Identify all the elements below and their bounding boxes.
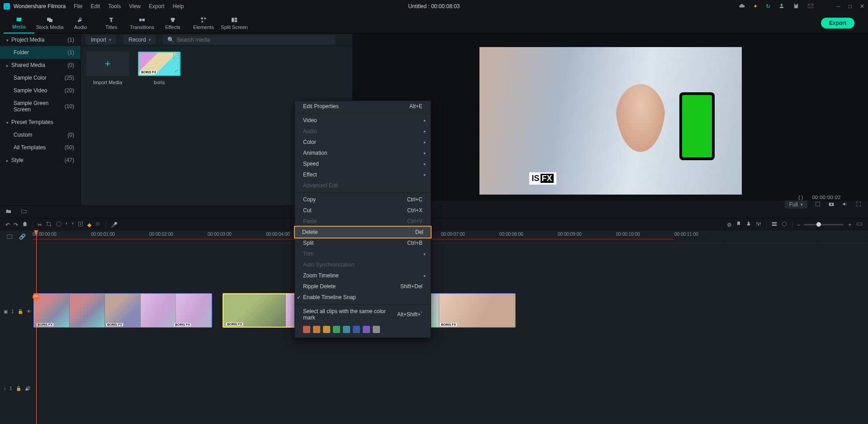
import-media-tile[interactable]: + Import Media: [86, 52, 129, 85]
context-speed[interactable]: Speed: [295, 158, 431, 169]
preview-size-dropdown[interactable]: Full▾: [785, 200, 807, 209]
mail-icon[interactable]: [807, 3, 814, 10]
audio-track-header[interactable]: ♪ 1 🔓 🔊: [0, 379, 33, 397]
preview-braces[interactable]: { }: [798, 195, 803, 200]
auto-ripple-icon[interactable]: [781, 221, 787, 229]
save-icon[interactable]: [793, 3, 799, 10]
tab-elements[interactable]: Elements: [188, 13, 219, 33]
fullscreen-icon[interactable]: [855, 201, 862, 209]
context-delete[interactable]: DeleteDel: [294, 226, 432, 238]
crop-icon[interactable]: [46, 221, 52, 229]
lock-icon[interactable]: 🔓: [18, 309, 23, 314]
context-zoom-timeline[interactable]: Zoom Timeline: [295, 270, 431, 281]
close-icon[interactable]: ✕: [860, 3, 864, 10]
cloud-icon[interactable]: [739, 3, 745, 10]
playhead[interactable]: [36, 231, 37, 424]
context-cut[interactable]: CutCtrl+X: [295, 205, 431, 216]
preview-canvas[interactable]: ISFX: [380, 47, 841, 195]
color-swatch[interactable]: [313, 326, 320, 333]
context-effect[interactable]: Effect: [295, 169, 431, 180]
sidebar-project-media[interactable]: ▾Project Media(1): [0, 33, 81, 46]
media-item-boris[interactable]: ✔BORIS FX boris: [138, 52, 180, 85]
tab-stock-media[interactable]: Stock Media: [34, 13, 65, 33]
view-mode-icon[interactable]: [771, 221, 778, 229]
visibility-icon[interactable]: 👁: [27, 309, 31, 314]
undo-icon[interactable]: ↶: [5, 222, 10, 228]
speed-icon[interactable]: [56, 221, 62, 229]
mic-icon[interactable]: [745, 221, 752, 229]
sidebar-all-templates[interactable]: All Templates(50): [0, 141, 81, 154]
tab-titles[interactable]: Titles: [96, 13, 127, 33]
export-button[interactable]: Export: [821, 18, 854, 29]
sidebar-shared-media[interactable]: ▸Shared Media(0): [0, 59, 81, 71]
sidebar-sample-green[interactable]: Sample Green Screen(10): [0, 97, 81, 116]
timeline-manage-icon[interactable]: [6, 233, 13, 241]
context-copy[interactable]: CopyCtrl+C: [295, 194, 431, 205]
video-track-header[interactable]: ▣ 1 🔓 👁: [0, 293, 33, 329]
zoom-fit-icon[interactable]: [856, 221, 863, 229]
lock-icon[interactable]: 🔓: [16, 386, 21, 391]
mixer-icon[interactable]: [755, 221, 762, 229]
context-enable-timeline-snap[interactable]: Enable Timeline Snap: [295, 292, 431, 303]
search-media[interactable]: 🔍: [163, 35, 335, 44]
context-ripple-delete[interactable]: Ripple DeleteShift+Del: [295, 281, 431, 292]
keyframe-icon[interactable]: ◆: [87, 222, 91, 228]
import-dropdown[interactable]: Import▾: [85, 35, 116, 44]
color-swatch[interactable]: [323, 326, 330, 333]
download-icon[interactable]: [822, 3, 828, 10]
sidebar-custom[interactable]: Custom(0): [0, 129, 81, 141]
menu-help[interactable]: Help: [173, 3, 184, 10]
menu-edit[interactable]: Edit: [91, 3, 100, 10]
snapshot-icon[interactable]: [828, 201, 835, 209]
settings-icon[interactable]: [95, 221, 101, 229]
sidebar-preset-templates[interactable]: ▾Preset Templates: [0, 116, 81, 129]
voiceover-icon[interactable]: 🎤: [111, 222, 118, 228]
clip-1[interactable]: boris BORIS FX BORIS FX BORIS FX: [33, 293, 212, 328]
detach-icon[interactable]: [77, 221, 84, 229]
sidebar-sample-video[interactable]: Sample Video(20): [0, 84, 81, 97]
marker-icon[interactable]: [735, 221, 742, 229]
color-swatch[interactable]: [363, 326, 370, 333]
render-icon[interactable]: [815, 201, 821, 209]
context-edit-properties[interactable]: Edit PropertiesAlt+E: [295, 101, 431, 112]
sidebar-folder[interactable]: Folder(1): [0, 46, 81, 59]
video-track[interactable]: boris BORIS FX BORIS FX BORIS FX ▶boris …: [33, 293, 868, 329]
context-select-all-clips-with-the-same-color-mark[interactable]: Select all clips with the same color mar…: [295, 306, 431, 323]
folder-icon[interactable]: [21, 208, 27, 216]
color-swatch[interactable]: [343, 326, 350, 333]
color-swatch[interactable]: [303, 326, 310, 333]
context-split[interactable]: SplitCtrl+B: [295, 238, 431, 248]
marker-end-icon[interactable]: ⸣: [71, 222, 74, 228]
tab-split-screen[interactable]: Split Screen: [219, 13, 250, 33]
delete-icon[interactable]: [22, 221, 28, 229]
zoom-slider[interactable]: [804, 224, 844, 225]
tab-transitions[interactable]: Transitions: [127, 13, 157, 33]
sidebar-sample-color[interactable]: Sample Color(25): [0, 71, 81, 84]
marker-start-icon[interactable]: ⸢: [66, 222, 68, 228]
redo-icon[interactable]: ↷: [14, 222, 18, 228]
zoom-out-icon[interactable]: −: [797, 222, 800, 228]
minimize-icon[interactable]: ─: [836, 3, 840, 10]
record-dropdown[interactable]: Record▾: [123, 35, 156, 44]
color-swatch[interactable]: [353, 326, 360, 333]
context-video[interactable]: Video: [295, 115, 431, 126]
color-swatch[interactable]: [333, 326, 340, 333]
sidebar-style[interactable]: ▸Style(47): [0, 154, 81, 167]
menu-view[interactable]: View: [129, 3, 141, 10]
zoom-in-icon[interactable]: ＋: [847, 221, 853, 229]
timeline-ruler[interactable]: 00:00:00:0000:00:01:0000:00:02:0000:00:0…: [33, 231, 868, 243]
context-color[interactable]: Color: [295, 137, 431, 148]
menu-file[interactable]: File: [74, 3, 82, 10]
maximize-icon[interactable]: □: [849, 3, 852, 10]
split-icon[interactable]: ✂: [38, 222, 42, 228]
volume-icon[interactable]: [842, 201, 848, 209]
new-folder-icon[interactable]: [5, 208, 12, 216]
refresh-icon[interactable]: ↻: [766, 3, 770, 10]
context-animation[interactable]: Animation: [295, 148, 431, 158]
menu-export[interactable]: Export: [149, 3, 165, 10]
user-icon[interactable]: [778, 3, 785, 10]
search-input[interactable]: [177, 37, 331, 43]
tab-audio[interactable]: Audio: [65, 13, 96, 33]
lightbulb-icon[interactable]: ✦: [753, 3, 758, 10]
menu-tools[interactable]: Tools: [108, 3, 121, 10]
